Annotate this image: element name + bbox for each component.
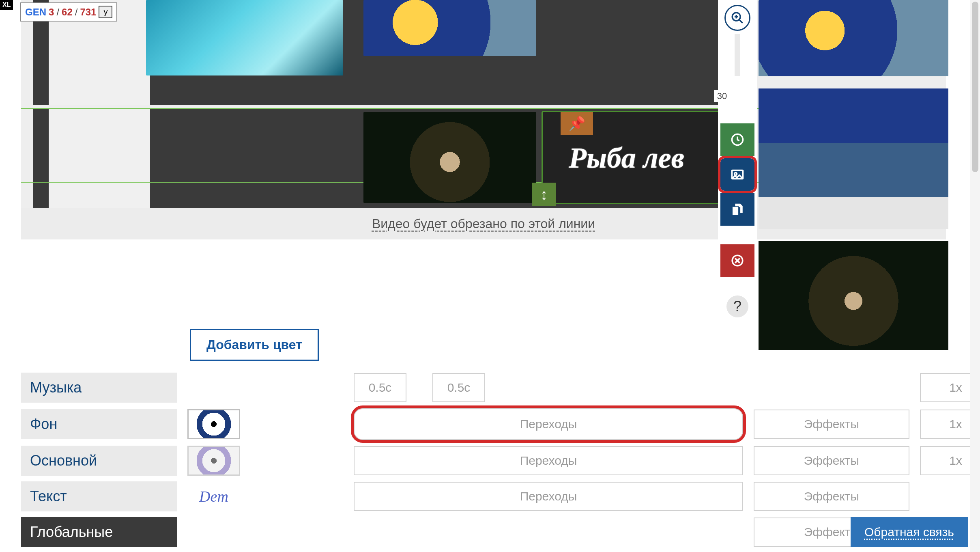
layer-music-label[interactable]: Музыка bbox=[21, 373, 177, 403]
move-vert-icon[interactable]: ↕ bbox=[532, 183, 556, 206]
layer-main-label[interactable]: Основной bbox=[21, 446, 177, 476]
xl-chip: XL bbox=[0, 0, 13, 10]
layer-text-label[interactable]: Текст bbox=[21, 481, 177, 511]
duration-1[interactable]: 0.5с bbox=[354, 373, 406, 402]
gen-slash: / bbox=[56, 6, 59, 18]
clip-text-overlay: Рыба лев bbox=[569, 141, 684, 175]
duration-2[interactable]: 0.5с bbox=[432, 373, 485, 402]
svg-line-1 bbox=[739, 19, 743, 23]
page-scrollbar-thumb[interactable] bbox=[972, 2, 978, 172]
effects-main-button[interactable]: Эффекты bbox=[754, 446, 909, 475]
layer-global-label[interactable]: Глобальные bbox=[21, 517, 177, 547]
zoom-in-icon[interactable] bbox=[724, 5, 750, 31]
left-stub-2 bbox=[49, 109, 150, 208]
preview-thumb-2[interactable] bbox=[759, 88, 948, 197]
main-thumb[interactable] bbox=[187, 446, 240, 476]
help-icon[interactable]: ? bbox=[726, 295, 748, 317]
gen-slash: / bbox=[75, 6, 78, 18]
effects-bg-button[interactable]: Эффекты bbox=[754, 410, 909, 439]
feedback-button[interactable]: Обратная связь bbox=[851, 517, 968, 547]
side-toolbar: 30 ? bbox=[718, 0, 757, 300]
clip-water[interactable] bbox=[146, 0, 343, 75]
clip-fish-top[interactable] bbox=[363, 0, 536, 56]
gen-badge: GEN 3 / 62 / 731 y bbox=[20, 2, 117, 22]
zoom-value: 30 bbox=[714, 90, 730, 102]
text-thumb[interactable]: Dem bbox=[187, 481, 240, 511]
layer-bg-label[interactable]: Фон bbox=[21, 409, 177, 439]
gen-y-button[interactable]: y bbox=[99, 6, 112, 18]
add-color-button[interactable]: Добавить цвет bbox=[190, 329, 319, 361]
gen-label: GEN bbox=[25, 6, 46, 18]
preview-thumb-1[interactable] bbox=[759, 0, 948, 76]
delete-tool-button[interactable] bbox=[720, 244, 754, 277]
gen-c: 731 bbox=[80, 6, 96, 18]
transitions-main-button[interactable]: Переходы bbox=[354, 446, 743, 475]
page-scrollbar[interactable] bbox=[970, 0, 980, 552]
gen-a: 3 bbox=[49, 6, 54, 18]
bg-thumb[interactable] bbox=[187, 409, 240, 439]
transitions-bg-button[interactable]: Переходы bbox=[354, 408, 743, 440]
gen-b: 62 bbox=[62, 6, 73, 18]
image-tool-button[interactable] bbox=[720, 158, 754, 191]
duplicate-tool-button[interactable] bbox=[720, 193, 754, 226]
svg-point-6 bbox=[735, 173, 737, 175]
transitions-text-button[interactable]: Переходы bbox=[354, 482, 743, 511]
preview-crop-bar bbox=[759, 197, 948, 229]
preview-thumb-3[interactable] bbox=[759, 241, 948, 350]
pin-icon[interactable]: 📌 bbox=[561, 112, 593, 135]
zoom-slider[interactable] bbox=[735, 34, 740, 76]
effects-text-button[interactable]: Эффекты bbox=[754, 482, 909, 511]
preview-column bbox=[759, 0, 948, 362]
clip-lionfish[interactable] bbox=[363, 112, 536, 203]
clock-tool-button[interactable] bbox=[720, 123, 754, 156]
